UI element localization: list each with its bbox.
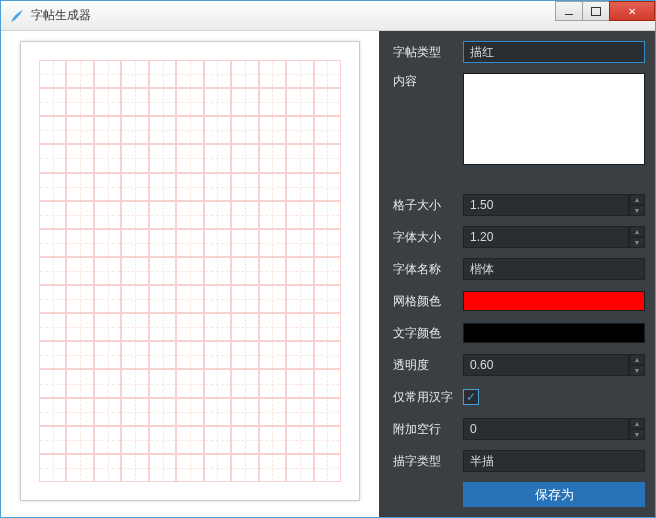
grid-size-input[interactable]: 1.50 [463, 194, 629, 216]
common-only-checkbox[interactable]: ✓ [463, 389, 479, 405]
row-grid-color: 网格颜色 [393, 290, 645, 312]
content-label: 内容 [393, 73, 463, 90]
app-window: 字帖生成器 字帖类型 描红 内容 [0, 0, 656, 518]
grid-size-label: 格子大小 [393, 197, 463, 214]
grid-size-up[interactable]: ▲ [629, 194, 645, 205]
opacity-down[interactable]: ▼ [629, 365, 645, 376]
font-size-label: 字体大小 [393, 229, 463, 246]
window-controls [556, 1, 655, 21]
row-text-color: 文字颜色 [393, 322, 645, 344]
opacity-up[interactable]: ▲ [629, 354, 645, 365]
grid-color-picker[interactable] [463, 291, 645, 311]
trace-type-select[interactable]: 半描 [463, 450, 645, 472]
row-blank-lines: 附加空行 0 ▲ ▼ [393, 418, 645, 440]
blank-lines-input[interactable]: 0 [463, 418, 629, 440]
row-trace-type: 描字类型 半描 [393, 450, 645, 472]
row-type: 字帖类型 描红 [393, 41, 645, 63]
opacity-input[interactable]: 0.60 [463, 354, 629, 376]
practice-grid [39, 60, 341, 482]
text-color-label: 文字颜色 [393, 325, 463, 342]
font-size-up[interactable]: ▲ [629, 226, 645, 237]
row-grid-size: 格子大小 1.50 ▲ ▼ [393, 194, 645, 216]
row-font-size: 字体大小 1.20 ▲ ▼ [393, 226, 645, 248]
grid-size-down[interactable]: ▼ [629, 205, 645, 216]
trace-type-label: 描字类型 [393, 453, 463, 470]
maximize-button[interactable] [582, 1, 610, 21]
window-title: 字帖生成器 [31, 7, 556, 24]
close-button[interactable] [609, 1, 655, 21]
common-only-label: 仅常用汉字 [393, 389, 463, 406]
font-name-select[interactable]: 楷体 [463, 258, 645, 280]
opacity-label: 透明度 [393, 357, 463, 374]
save-button[interactable]: 保存为 [463, 482, 645, 507]
copybook-preview [20, 41, 360, 501]
app-icon [9, 8, 25, 24]
settings-panel: 字帖类型 描红 内容 格子大小 1.50 ▲ [379, 31, 655, 517]
font-name-label: 字体名称 [393, 261, 463, 278]
preview-pane [1, 31, 379, 517]
minimize-button[interactable] [555, 1, 583, 21]
blank-lines-label: 附加空行 [393, 421, 463, 438]
blank-lines-down[interactable]: ▼ [629, 429, 645, 440]
font-size-down[interactable]: ▼ [629, 237, 645, 248]
text-color-picker[interactable] [463, 323, 645, 343]
grid-color-label: 网格颜色 [393, 293, 463, 310]
row-common-only: 仅常用汉字 ✓ [393, 386, 645, 408]
content-area: 字帖类型 描红 内容 格子大小 1.50 ▲ [1, 31, 655, 517]
titlebar[interactable]: 字帖生成器 [1, 1, 655, 31]
font-size-input[interactable]: 1.20 [463, 226, 629, 248]
content-textarea[interactable] [463, 73, 645, 165]
type-select[interactable]: 描红 [463, 41, 645, 63]
type-label: 字帖类型 [393, 44, 463, 61]
row-content: 内容 [393, 73, 645, 165]
row-font-name: 字体名称 楷体 [393, 258, 645, 280]
blank-lines-up[interactable]: ▲ [629, 418, 645, 429]
row-opacity: 透明度 0.60 ▲ ▼ [393, 354, 645, 376]
